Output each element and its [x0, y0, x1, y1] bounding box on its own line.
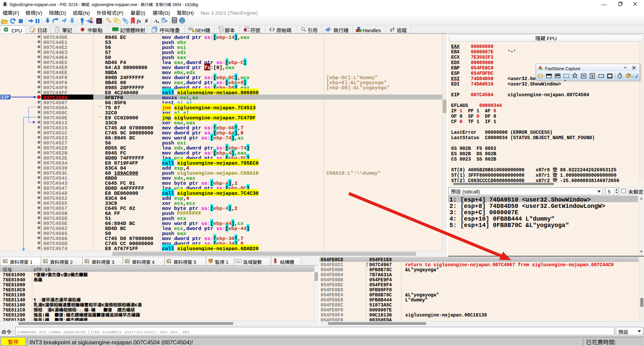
svg-text:z: z — [158, 20, 159, 24]
svg-text:#: # — [145, 18, 148, 24]
svg-text:fx: fx — [137, 18, 141, 24]
svg-text:A: A — [154, 18, 158, 23]
svg-text:EIP: EIP — [1, 95, 9, 100]
svg-text:S: S — [98, 19, 100, 24]
svg-text:<>: <> — [220, 28, 223, 31]
